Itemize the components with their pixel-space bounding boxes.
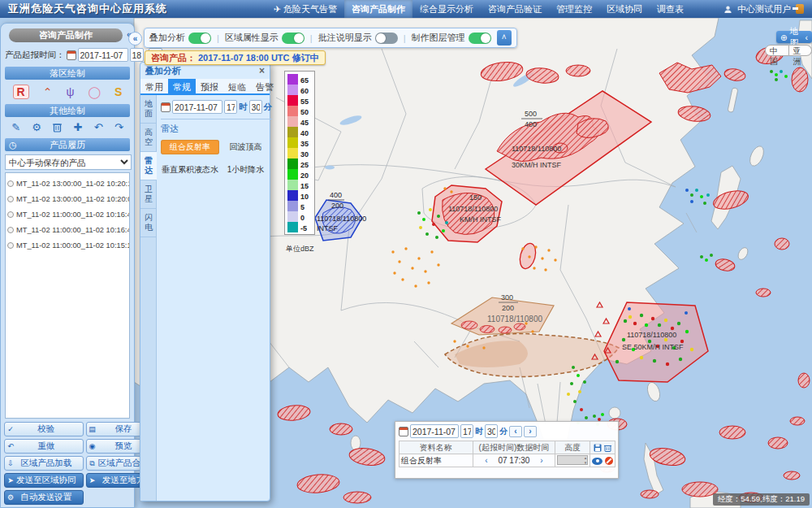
overlay-date-input[interactable] (172, 100, 222, 114)
tab-regular[interactable]: 常规 (168, 79, 196, 93)
nav-item-regional-coordination[interactable]: 区域协同 (599, 0, 650, 18)
side-tab-satellite[interactable]: 卫星 (140, 180, 157, 209)
legend-value: 15 (300, 183, 312, 190)
radio-icon[interactable] (7, 242, 14, 249)
radio-icon[interactable] (7, 196, 14, 202)
verify-button[interactable]: ✓校验 (4, 422, 84, 436)
overlay-panel-titlebar[interactable]: 叠加分析 × (140, 63, 270, 79)
toggle-switch-on[interactable] (282, 33, 304, 44)
calendar-icon[interactable] (399, 427, 408, 436)
product-echo-top[interactable]: 回波顶高 (219, 140, 272, 154)
trash-icon[interactable] (53, 122, 62, 132)
nav-item-label: 咨询产品制作 (352, 3, 405, 15)
toggle-switch-off[interactable] (375, 33, 398, 44)
layer-date-input[interactable] (410, 424, 459, 438)
toggle-label: 制作图层管理 (412, 32, 465, 44)
region-button-asia[interactable]: 亚洲 (789, 45, 812, 56)
overlay-minute-input[interactable] (249, 100, 262, 114)
toggle-overlay-analysis[interactable]: 叠加分析 (149, 32, 211, 44)
remove-layer-icon[interactable] (605, 457, 613, 465)
side-tab-radar[interactable]: 雷达 (140, 152, 157, 180)
calendar-icon[interactable] (67, 50, 76, 60)
auto-send-settings-button[interactable]: ⚙自动发送设置 (4, 490, 84, 505)
history-item-label: MT_11-02 13:00:00_11-02 10:20:07 (16, 195, 130, 203)
tab-nowcast[interactable]: 短临 (223, 79, 251, 93)
send-to-regional-button[interactable]: ➤发送至区域协同 (4, 473, 84, 488)
visibility-eye-icon[interactable] (592, 458, 603, 465)
radar-product-options: 组合反射率 回波顶高 垂直累积液态水 1小时降水 (161, 140, 272, 177)
edit-icon[interactable]: ✎ (11, 121, 20, 133)
trash-icon[interactable] (604, 444, 611, 452)
layer-hour-input[interactable] (460, 424, 473, 438)
history-item[interactable]: MT_11-02 11:00:00_11-02 10:15:15 (7, 237, 127, 253)
region-button-china[interactable]: 中国 (765, 45, 789, 56)
toolbar-collapse-up-button[interactable]: ˄ (497, 30, 512, 46)
time-step-back-button[interactable]: ‹ (509, 426, 522, 437)
map-layer-button[interactable]: ⊕ 地图 ‹ (776, 31, 812, 43)
nav-item-product-verification[interactable]: 咨询产品验证 (481, 0, 549, 18)
time-next-icon[interactable]: › (540, 456, 542, 465)
tab-forecast[interactable]: 预报 (196, 79, 223, 93)
radio-icon[interactable] (7, 227, 14, 233)
tab-common[interactable]: 常用 (140, 79, 168, 93)
product-1h-precipitation[interactable]: 1小时降水 (219, 163, 272, 177)
toggle-switch-on[interactable] (469, 33, 491, 44)
overlay-panel-content: 时 分 雷达 组合反射率 回波顶高 垂直累积液态水 1小时降水 (157, 95, 276, 501)
toggle-switch-on[interactable] (188, 33, 211, 44)
history-filter-select[interactable]: 中心手动保存的产品 (5, 154, 132, 170)
nav-item-survey[interactable]: 调查表 (650, 0, 691, 18)
undo-icon[interactable]: ↶ (94, 121, 103, 133)
toggle-layer-management[interactable]: 制作图层管理 (412, 32, 491, 44)
height-stepper[interactable] (557, 455, 588, 465)
start-date-input[interactable] (78, 48, 128, 62)
side-tab-lightning[interactable]: 闪电 (140, 209, 157, 237)
nav-item-management-monitoring[interactable]: 管理监控 (549, 0, 599, 18)
product-vertically-integrated-liquid[interactable]: 垂直累积液态水 (161, 163, 219, 177)
save-icon[interactable] (594, 444, 602, 452)
history-item[interactable]: MT_11-02 11:00:00_11-02 10:16:45 (7, 206, 127, 222)
chevron-left-icon: ‹ (806, 33, 809, 42)
nav-item-product-making[interactable]: 咨询产品制作 (344, 0, 412, 18)
draw-tool-ellipse-icon[interactable]: ◯ (88, 85, 101, 98)
tab-warning[interactable]: 告警 (251, 79, 279, 93)
history-item[interactable]: MT_11-02 13:00:00_11-02 10:20:11 (7, 176, 127, 191)
overlay-hour-input[interactable] (224, 100, 237, 114)
move-icon[interactable]: ✚ (74, 121, 83, 133)
nav-item-display-analysis[interactable]: 综合显示分析 (412, 0, 481, 18)
calendar-icon[interactable] (161, 102, 171, 112)
nav-item-weather-alert[interactable]: ✈ 危险天气告警 (266, 0, 344, 18)
annotation-north-top: 500 (525, 110, 537, 118)
redo-icon[interactable]: ↷ (114, 121, 123, 133)
start-hour-input[interactable] (130, 48, 144, 62)
gear-icon[interactable]: ⚙ (32, 121, 41, 133)
side-tab-surface[interactable]: 地面 (140, 95, 157, 124)
other-draw-tools: ✎ ⚙ ✚ ↶ ↷ (4, 119, 131, 136)
toggle-region-attributes[interactable]: 区域属性显示 (225, 32, 304, 44)
time-prev-icon[interactable]: ‹ (485, 456, 487, 465)
side-tab-upper-air[interactable]: 高空 (140, 124, 157, 152)
legend-value: 0 (300, 215, 312, 222)
time-step-forward-button[interactable]: › (524, 426, 537, 437)
load-regional-product-button[interactable]: ⇩区域产品加载 (4, 456, 84, 471)
radio-icon[interactable] (7, 180, 14, 187)
logout-icon[interactable] (796, 4, 804, 14)
draw-tool-trident-icon[interactable]: ψ (66, 85, 74, 98)
dbz-legend: 65 60 55 50 45 40 35 30 25 20 15 10 5 0 … (284, 71, 315, 235)
layer-minute-input[interactable] (485, 424, 498, 438)
toggle-annotation-display[interactable]: 批注说明显示 (318, 32, 398, 44)
draw-tool-polygon-icon[interactable]: R (13, 85, 29, 99)
legend-swatch (287, 95, 298, 106)
nav-item-label: 综合显示分析 (420, 3, 473, 15)
toggle-label: 批注说明显示 (318, 32, 372, 44)
nav-menu: ✈ 危险天气告警 咨询产品制作 综合显示分析 咨询产品验证 管理监控 区域协同 … (266, 0, 691, 18)
history-item[interactable]: MT_11-02 13:00:00_11-02 10:20:07 (7, 191, 127, 206)
toolbar-collapse-button[interactable]: « (128, 32, 142, 46)
draw-tool-peak-icon[interactable]: ⌃ (43, 85, 53, 98)
redo-button[interactable]: ↶重做 (4, 439, 84, 454)
radio-icon[interactable] (7, 211, 14, 218)
close-icon[interactable]: × (259, 65, 265, 76)
separator: | (404, 33, 406, 43)
history-item[interactable]: MT_11-02 11:00:00_11-02 10:16:41 (7, 222, 127, 237)
draw-tool-curve-icon[interactable]: S (114, 85, 122, 98)
product-composite-reflectivity[interactable]: 组合反射率 (161, 140, 219, 154)
